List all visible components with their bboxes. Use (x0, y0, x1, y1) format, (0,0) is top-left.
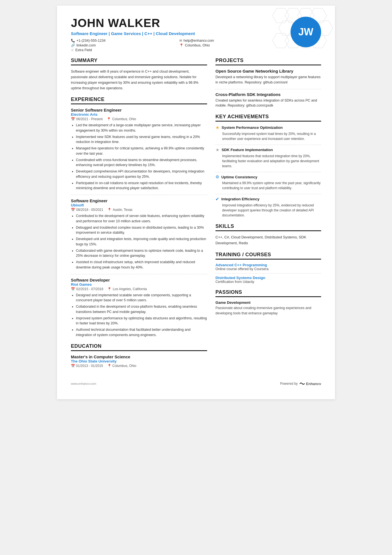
calendar-icon: 📅 (71, 117, 75, 121)
candidate-title: Software Engineer | Game Services | C++ … (71, 31, 282, 36)
left-column: SUMMARY Software engineer with 8 years o… (71, 58, 207, 373)
header: JOHN WALKER Software Engineer | Game Ser… (71, 17, 321, 52)
experience-section: EXPERIENCE Senior Software Engineer Elec… (71, 97, 207, 338)
job-3-location: 📍 Los Angeles, California (107, 287, 147, 291)
extra-icon: ☆ (71, 48, 74, 52)
project-2-desc: Created samples for seamless integration… (215, 98, 321, 108)
job-1-title: Senior Software Engineer (71, 108, 207, 112)
bullet: Participated in on-call rotations to ens… (76, 181, 207, 191)
contact-location: 📍 Columbus, Ohio (179, 43, 282, 47)
location-icon-j1: 📍 (107, 117, 111, 121)
linkedin-text: linkedin.com (76, 43, 96, 47)
contact-phone: 📞 +1-(234)-555-1234 (71, 39, 174, 43)
project-1-desc: Developed a networking library to suppor… (215, 75, 321, 85)
job-2-title: Software Engineer (71, 198, 207, 203)
course-divider (215, 273, 321, 273)
course-1: Advanced C++ Programming Online course o… (215, 263, 321, 271)
bullet: Collaborated in the development of cross… (76, 304, 207, 315)
passion-1: Game Development Passionate about creati… (215, 300, 321, 316)
course-1-title: Advanced C++ Programming (215, 263, 321, 267)
footer-website: www.enhancv.com (71, 382, 96, 385)
job-1: Senior Software Engineer Electronic Arts… (71, 108, 207, 191)
achievement-2-header: ★ SDK Feature Implementation (215, 147, 321, 152)
phone-text: +1-(234)-555-1234 (76, 39, 106, 43)
email-text: help@enhancv.com (183, 39, 214, 43)
job-3-title: Software Developer (71, 278, 207, 282)
project-2: Cross-Platform SDK Integrations Created … (215, 92, 321, 108)
bullet: Managed live operations for critical sys… (76, 146, 207, 156)
achievements-section: KEY ACHIEVEMENTS ★ System Performance Op… (215, 114, 321, 218)
achievement-3-desc: Maintained a 99.9% system uptime over th… (215, 181, 321, 191)
bullet: Developed unit and integration tests, im… (76, 236, 207, 247)
achievement-4-header: ✔ Integration Efficiency (215, 196, 321, 202)
bullet: Authored technical documentation that fa… (76, 327, 207, 338)
job-1-meta: 📅 06/2021 - Present 📍 Columbus, Ohio (71, 117, 207, 121)
calendar-icon: 📅 (71, 364, 75, 368)
edu-meta: 📅 01/2013 - 01/2015 📍 Columbus, Ohio (71, 364, 207, 368)
avatar: JW (291, 17, 321, 47)
header-left: JOHN WALKER Software Engineer | Game Ser… (71, 17, 282, 52)
star-outline-icon: ★ (215, 147, 219, 152)
job-2-date: 📅 08/2018 - 05/2021 (71, 208, 103, 212)
skills-text: C++, C#, Cloud Development, Distributed … (215, 235, 321, 246)
bullet: Debugged and troubleshot complex issues … (76, 225, 207, 236)
achievement-4: ✔ Integration Efficiency Improved integr… (215, 196, 321, 218)
job-2-company: Ubisoft (71, 203, 207, 207)
job-2: Software Engineer Ubisoft 📅 08/2018 - 05… (71, 198, 207, 270)
bullet: Improved system performance by optimizin… (76, 316, 207, 326)
achievement-2: ★ SDK Feature Implementation Implemented… (215, 147, 321, 169)
bullet: Contributed to the development of server… (76, 213, 207, 224)
achievement-1-desc: Successfully improved system load times … (215, 131, 321, 141)
summary-title: SUMMARY (71, 58, 207, 65)
achievement-2-title: SDK Feature Implementation (222, 148, 273, 152)
linkedin-icon: 🔗 (71, 43, 75, 47)
bullet: Collaborated with game development teams… (76, 248, 207, 259)
contact-info: 📞 +1-(234)-555-1234 ✉ help@enhancv.com 🔗… (71, 39, 282, 52)
job-2-location: 📍 Austin, Texas (107, 208, 132, 212)
ach-divider-3 (215, 194, 321, 194)
star-gold-icon: ★ (215, 125, 219, 130)
project-2-title: Cross-Platform SDK Integrations (215, 92, 321, 97)
achievement-1-header: ★ System Performance Optimization (215, 125, 321, 130)
footer: www.enhancv.com Powered by Enhancv (71, 379, 321, 386)
location-text: Columbus, Ohio (185, 43, 210, 47)
ach-divider-1 (215, 145, 321, 145)
education-section: EDUCATION Master's in Computer Science T… (71, 343, 207, 368)
projects-title: PROJECTS (215, 58, 321, 65)
bullet: Led the development of a large-scale mul… (76, 123, 207, 133)
job-1-company: Electronic Arts (71, 112, 207, 117)
course-2-title: Distributed Systems Design (215, 276, 321, 280)
shield-icon: ⚙ (215, 174, 219, 179)
resume-container: JOHN WALKER Software Engineer | Game Ser… (57, 6, 335, 399)
project-1-title: Open Source Game Networking Library (215, 69, 321, 73)
enhancv-logo-icon (299, 382, 305, 386)
achievement-1: ★ System Performance Optimization Succes… (215, 125, 321, 141)
job-divider (71, 195, 207, 195)
location-icon: 📍 (179, 43, 183, 47)
job-divider-2 (71, 274, 207, 274)
course-2-sub: Certification from Udacity (215, 280, 321, 284)
passions-section: PASSIONS Game Development Passionate abo… (215, 289, 321, 316)
contact-linkedin: 🔗 linkedin.com (71, 43, 174, 47)
checkmark-icon: ✔ (215, 196, 219, 202)
edu-location: 📍 Columbus, Ohio (107, 364, 136, 368)
right-column: PROJECTS Open Source Game Networking Lib… (215, 58, 321, 373)
job-2-bullets: Contributed to the development of server… (71, 213, 207, 270)
skills-section: SKILLS C++, C#, Cloud Development, Distr… (215, 223, 321, 246)
passion-1-desc: Passionate about creating immersive gami… (215, 305, 321, 316)
powered-by-text: Powered by (280, 382, 297, 386)
achievements-title: KEY ACHIEVEMENTS (215, 114, 321, 122)
edu-item-1: Master's in Computer Science The Ohio St… (71, 354, 207, 368)
project-divider (215, 89, 321, 89)
education-title: EDUCATION (71, 343, 207, 351)
bullet: Implemented new SDK features used by sev… (76, 134, 207, 145)
email-icon: ✉ (179, 39, 182, 43)
projects-section: PROJECTS Open Source Game Networking Lib… (215, 58, 321, 108)
job-3-company: Riot Games (71, 282, 207, 287)
calendar-icon: 📅 (71, 287, 75, 291)
enhancv-logo: Enhancv (299, 382, 321, 386)
passions-title: PASSIONS (215, 289, 321, 297)
job-2-meta: 📅 08/2018 - 05/2021 📍 Austin, Texas (71, 208, 207, 212)
body: SUMMARY Software engineer with 8 years o… (71, 58, 321, 373)
edu-date: 📅 01/2013 - 01/2015 (71, 364, 103, 368)
